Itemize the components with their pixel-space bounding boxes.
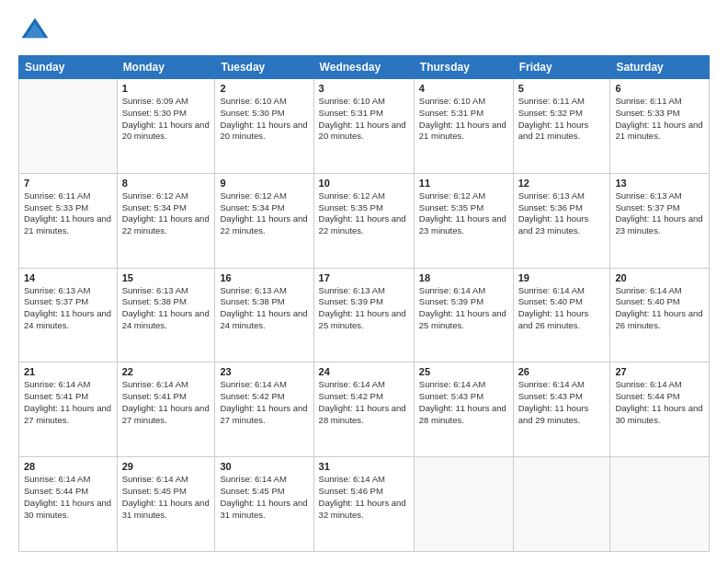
calendar-cell: 12Sunrise: 6:13 AM Sunset: 5:36 PM Dayli… bbox=[513, 173, 610, 268]
calendar-cell: 24Sunrise: 6:14 AM Sunset: 5:42 PM Dayli… bbox=[313, 362, 414, 457]
day-number: 15 bbox=[122, 272, 210, 283]
day-info: Sunrise: 6:14 AM Sunset: 5:41 PM Dayligh… bbox=[24, 379, 112, 426]
day-info: Sunrise: 6:14 AM Sunset: 5:44 PM Dayligh… bbox=[615, 379, 704, 426]
header bbox=[18, 15, 710, 48]
calendar-cell: 20Sunrise: 6:14 AM Sunset: 5:40 PM Dayli… bbox=[610, 268, 710, 362]
calendar-table: SundayMondayTuesdayWednesdayThursdayFrid… bbox=[18, 55, 710, 552]
calendar-cell: 28Sunrise: 6:14 AM Sunset: 5:44 PM Dayli… bbox=[19, 457, 118, 552]
day-number: 21 bbox=[24, 366, 112, 377]
day-info: Sunrise: 6:13 AM Sunset: 5:36 PM Dayligh… bbox=[518, 190, 606, 237]
day-number: 8 bbox=[122, 178, 210, 189]
calendar-cell: 3Sunrise: 6:10 AM Sunset: 5:31 PM Daylig… bbox=[313, 79, 414, 174]
day-number: 9 bbox=[220, 178, 308, 189]
calendar-cell: 1Sunrise: 6:09 AM Sunset: 5:30 PM Daylig… bbox=[117, 79, 215, 174]
day-number: 4 bbox=[419, 83, 508, 94]
day-info: Sunrise: 6:12 AM Sunset: 5:34 PM Dayligh… bbox=[220, 190, 308, 237]
calendar-cell: 23Sunrise: 6:14 AM Sunset: 5:42 PM Dayli… bbox=[215, 362, 313, 457]
calendar-cell: 18Sunrise: 6:14 AM Sunset: 5:39 PM Dayli… bbox=[414, 268, 513, 362]
calendar-cell: 15Sunrise: 6:13 AM Sunset: 5:38 PM Dayli… bbox=[117, 268, 215, 362]
day-info: Sunrise: 6:10 AM Sunset: 5:31 PM Dayligh… bbox=[319, 96, 409, 143]
calendar-cell: 29Sunrise: 6:14 AM Sunset: 5:45 PM Dayli… bbox=[117, 457, 215, 552]
day-number: 11 bbox=[419, 178, 508, 189]
calendar-cell: 10Sunrise: 6:12 AM Sunset: 5:35 PM Dayli… bbox=[313, 173, 414, 268]
day-number: 10 bbox=[319, 178, 409, 189]
day-info: Sunrise: 6:11 AM Sunset: 5:33 PM Dayligh… bbox=[24, 190, 112, 237]
day-info: Sunrise: 6:14 AM Sunset: 5:42 PM Dayligh… bbox=[319, 379, 409, 426]
calendar-cell bbox=[19, 79, 118, 174]
calendar-cell: 2Sunrise: 6:10 AM Sunset: 5:30 PM Daylig… bbox=[215, 79, 313, 174]
day-number: 27 bbox=[615, 366, 704, 377]
day-info: Sunrise: 6:13 AM Sunset: 5:37 PM Dayligh… bbox=[24, 285, 112, 332]
day-number: 12 bbox=[518, 178, 606, 189]
day-info: Sunrise: 6:13 AM Sunset: 5:38 PM Dayligh… bbox=[220, 285, 308, 332]
calendar-cell: 16Sunrise: 6:13 AM Sunset: 5:38 PM Dayli… bbox=[215, 268, 313, 362]
day-info: Sunrise: 6:14 AM Sunset: 5:45 PM Dayligh… bbox=[220, 474, 308, 521]
calendar-day-header: Wednesday bbox=[313, 56, 414, 79]
calendar-week-row: 14Sunrise: 6:13 AM Sunset: 5:37 PM Dayli… bbox=[19, 268, 710, 362]
calendar-cell: 27Sunrise: 6:14 AM Sunset: 5:44 PM Dayli… bbox=[610, 362, 710, 457]
day-info: Sunrise: 6:09 AM Sunset: 5:30 PM Dayligh… bbox=[122, 96, 210, 143]
calendar-cell bbox=[610, 457, 710, 552]
calendar-cell: 19Sunrise: 6:14 AM Sunset: 5:40 PM Dayli… bbox=[513, 268, 610, 362]
calendar-cell: 5Sunrise: 6:11 AM Sunset: 5:32 PM Daylig… bbox=[513, 79, 610, 174]
day-info: Sunrise: 6:14 AM Sunset: 5:42 PM Dayligh… bbox=[220, 379, 308, 426]
day-info: Sunrise: 6:14 AM Sunset: 5:41 PM Dayligh… bbox=[122, 379, 210, 426]
calendar-cell: 21Sunrise: 6:14 AM Sunset: 5:41 PM Dayli… bbox=[19, 362, 118, 457]
calendar-cell: 26Sunrise: 6:14 AM Sunset: 5:43 PM Dayli… bbox=[513, 362, 610, 457]
calendar-cell: 30Sunrise: 6:14 AM Sunset: 5:45 PM Dayli… bbox=[215, 457, 313, 552]
logo-icon bbox=[18, 15, 51, 48]
day-number: 1 bbox=[122, 83, 210, 94]
day-info: Sunrise: 6:13 AM Sunset: 5:38 PM Dayligh… bbox=[122, 285, 210, 332]
day-info: Sunrise: 6:12 AM Sunset: 5:34 PM Dayligh… bbox=[122, 190, 210, 237]
calendar-body: 1Sunrise: 6:09 AM Sunset: 5:30 PM Daylig… bbox=[19, 79, 710, 552]
day-info: Sunrise: 6:14 AM Sunset: 5:44 PM Dayligh… bbox=[24, 474, 112, 521]
day-number: 14 bbox=[24, 272, 112, 283]
calendar-cell bbox=[513, 457, 610, 552]
day-info: Sunrise: 6:11 AM Sunset: 5:33 PM Dayligh… bbox=[615, 96, 704, 143]
calendar-cell: 7Sunrise: 6:11 AM Sunset: 5:33 PM Daylig… bbox=[19, 173, 118, 268]
day-number: 19 bbox=[518, 272, 606, 283]
day-info: Sunrise: 6:13 AM Sunset: 5:37 PM Dayligh… bbox=[615, 190, 704, 237]
day-number: 17 bbox=[319, 272, 409, 283]
day-info: Sunrise: 6:14 AM Sunset: 5:45 PM Dayligh… bbox=[122, 474, 210, 521]
day-info: Sunrise: 6:14 AM Sunset: 5:43 PM Dayligh… bbox=[518, 379, 606, 426]
calendar-cell: 31Sunrise: 6:14 AM Sunset: 5:46 PM Dayli… bbox=[313, 457, 414, 552]
day-number: 25 bbox=[419, 366, 508, 377]
calendar-cell: 22Sunrise: 6:14 AM Sunset: 5:41 PM Dayli… bbox=[117, 362, 215, 457]
calendar-header-row: SundayMondayTuesdayWednesdayThursdayFrid… bbox=[19, 56, 710, 79]
calendar-cell: 13Sunrise: 6:13 AM Sunset: 5:37 PM Dayli… bbox=[610, 173, 710, 268]
calendar-day-header: Tuesday bbox=[215, 56, 313, 79]
day-number: 16 bbox=[220, 272, 308, 283]
day-info: Sunrise: 6:14 AM Sunset: 5:40 PM Dayligh… bbox=[615, 285, 704, 332]
calendar-cell: 25Sunrise: 6:14 AM Sunset: 5:43 PM Dayli… bbox=[414, 362, 513, 457]
calendar-cell: 8Sunrise: 6:12 AM Sunset: 5:34 PM Daylig… bbox=[117, 173, 215, 268]
day-info: Sunrise: 6:13 AM Sunset: 5:39 PM Dayligh… bbox=[319, 285, 409, 332]
calendar-week-row: 7Sunrise: 6:11 AM Sunset: 5:33 PM Daylig… bbox=[19, 173, 710, 268]
day-number: 20 bbox=[615, 272, 704, 283]
day-info: Sunrise: 6:10 AM Sunset: 5:30 PM Dayligh… bbox=[220, 96, 308, 143]
day-number: 6 bbox=[615, 83, 704, 94]
day-number: 7 bbox=[24, 178, 112, 189]
day-info: Sunrise: 6:14 AM Sunset: 5:39 PM Dayligh… bbox=[419, 285, 508, 332]
calendar-header: SundayMondayTuesdayWednesdayThursdayFrid… bbox=[19, 56, 710, 79]
logo bbox=[18, 15, 55, 48]
day-info: Sunrise: 6:12 AM Sunset: 5:35 PM Dayligh… bbox=[419, 190, 508, 237]
calendar-day-header: Saturday bbox=[610, 56, 710, 79]
day-number: 26 bbox=[518, 366, 606, 377]
calendar-week-row: 1Sunrise: 6:09 AM Sunset: 5:30 PM Daylig… bbox=[19, 79, 710, 174]
calendar-cell: 4Sunrise: 6:10 AM Sunset: 5:31 PM Daylig… bbox=[414, 79, 513, 174]
day-number: 18 bbox=[419, 272, 508, 283]
page: SundayMondayTuesdayWednesdayThursdayFrid… bbox=[0, 0, 728, 563]
calendar-week-row: 21Sunrise: 6:14 AM Sunset: 5:41 PM Dayli… bbox=[19, 362, 710, 457]
day-number: 24 bbox=[319, 366, 409, 377]
day-info: Sunrise: 6:10 AM Sunset: 5:31 PM Dayligh… bbox=[419, 96, 508, 143]
day-number: 3 bbox=[319, 83, 409, 94]
calendar-cell: 9Sunrise: 6:12 AM Sunset: 5:34 PM Daylig… bbox=[215, 173, 313, 268]
day-number: 30 bbox=[220, 461, 308, 472]
calendar-cell: 6Sunrise: 6:11 AM Sunset: 5:33 PM Daylig… bbox=[610, 79, 710, 174]
day-number: 13 bbox=[615, 178, 704, 189]
day-number: 28 bbox=[24, 461, 112, 472]
calendar-day-header: Sunday bbox=[19, 56, 118, 79]
day-info: Sunrise: 6:14 AM Sunset: 5:40 PM Dayligh… bbox=[518, 285, 606, 332]
day-number: 23 bbox=[220, 366, 308, 377]
